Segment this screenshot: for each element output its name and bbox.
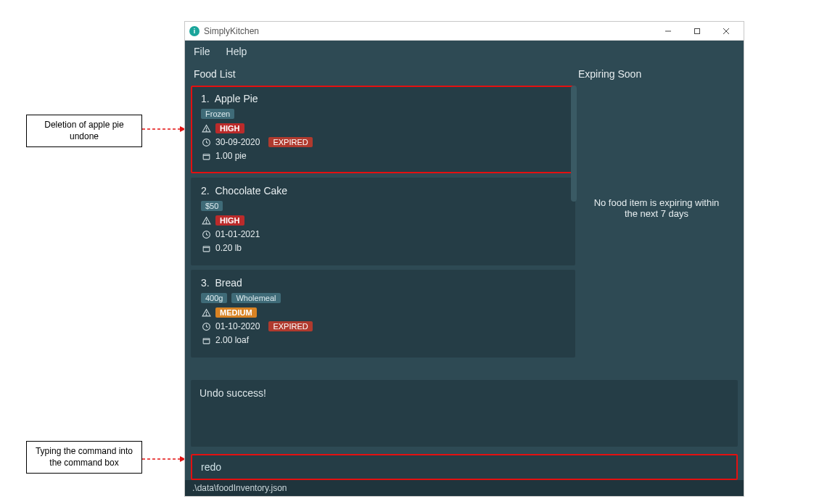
warning-icon [201,308,211,318]
food-item-tags: Frozen [201,109,565,119]
section-headers: Food List Expiring Soon [185,62,744,86]
food-tag: 400g [201,293,227,303]
svg-point-11 [206,222,207,223]
output-box: Undo success! [191,380,738,447]
food-item-name: Bread [215,277,242,289]
titlebar: i SimplyKitchen [185,22,744,41]
food-item[interactable]: 2. Chocolate Cake$50HIGH01-01-20210.20 l… [191,178,575,265]
command-input[interactable]: redo [191,454,738,480]
food-priority-row: HIGH [201,215,565,226]
svg-point-7 [206,130,207,131]
food-date: 01-10-2020 [215,321,260,331]
food-list-column: 1. Apple PieFrozenHIGH30-09-2020EXPIRED1… [191,86,575,374]
package-icon [201,336,211,345]
svg-rect-17 [203,338,210,343]
food-quantity-row: 2.00 loaf [201,335,565,345]
clock-icon [201,322,211,331]
expired-badge: EXPIRED [268,321,312,331]
svg-point-15 [206,314,207,315]
scrollbar-thumb[interactable] [571,86,577,202]
menubar: File Help [185,41,744,62]
priority-badge: HIGH [215,123,244,133]
food-priority-row: MEDIUM [201,307,565,318]
food-date-row: 01-10-2020EXPIRED [201,321,565,331]
minimize-icon [665,28,672,35]
food-list-header: Food List [185,62,569,86]
app-window: i SimplyKitchen File Help Food List Expi… [184,21,744,497]
food-item-index: 1. [201,93,210,104]
food-item-title: 2. Chocolate Cake [201,185,565,197]
food-date: 30-09-2020 [215,137,260,147]
food-item-name: Chocolate Cake [215,185,287,197]
priority-badge: MEDIUM [215,307,257,318]
food-quantity-row: 1.00 pie [201,151,565,161]
warning-icon [201,216,211,226]
food-date-row: 30-09-2020EXPIRED [201,137,565,147]
svg-rect-13 [203,246,210,251]
app-icon: i [189,26,199,36]
warning-icon [201,124,211,133]
expiring-soon-message: No food item is expiring within the next… [593,197,720,219]
lower-area: Undo success! redo [185,374,744,480]
food-item-name: Apple Pie [215,93,258,104]
svg-rect-3 [695,28,700,33]
callout-command: Typing the command into the command box [26,441,142,474]
food-date-row: 01-01-2021 [201,229,565,239]
package-icon [201,152,211,161]
food-date: 01-01-2021 [215,229,260,239]
food-quantity: 2.00 loaf [215,335,249,345]
clock-icon [201,230,211,239]
food-tag: $50 [201,201,223,211]
maximize-icon [694,28,701,35]
food-tag: Frozen [201,109,234,119]
menu-file[interactable]: File [191,44,213,59]
food-item-title: 3. Bread [201,277,565,289]
food-priority-row: HIGH [201,123,565,133]
status-path: .\data\foodInventory.json [192,483,287,493]
food-item-tags: 400gWholemeal [201,293,565,303]
priority-badge: HIGH [215,215,244,226]
expiring-soon-header: Expiring Soon [569,62,744,86]
close-icon [723,28,730,35]
maximize-button[interactable] [683,22,712,40]
expiring-soon-panel: No food item is expiring within the next… [575,86,738,374]
window-title: SimplyKitchen [204,26,259,36]
minimize-button[interactable] [654,22,683,40]
food-tag: Wholemeal [231,293,280,303]
food-item-index: 2. [201,185,210,197]
content-area: 1. Apple PieFrozenHIGH30-09-2020EXPIRED1… [185,86,744,374]
food-item-title: 1. Apple Pie [201,93,565,104]
food-quantity: 1.00 pie [215,151,247,161]
food-list-scroll[interactable]: 1. Apple PieFrozenHIGH30-09-2020EXPIRED1… [191,86,575,358]
clock-icon [201,138,211,147]
food-item[interactable]: 3. Bread400gWholemealMEDIUM01-10-2020EXP… [191,270,575,358]
svg-rect-9 [203,154,210,159]
close-button[interactable] [712,22,741,40]
food-item-index: 3. [201,277,210,289]
food-quantity-row: 0.20 lb [201,243,565,253]
menu-help[interactable]: Help [223,44,250,59]
callout-undone: Deletion of apple pie undone [26,115,142,147]
food-quantity: 0.20 lb [215,243,242,253]
package-icon [201,244,211,253]
expired-badge: EXPIRED [268,137,312,147]
food-item[interactable]: 1. Apple PieFrozenHIGH30-09-2020EXPIRED1… [191,86,575,173]
food-item-tags: $50 [201,201,565,211]
statusbar: .\data\foodInventory.json [185,480,744,496]
